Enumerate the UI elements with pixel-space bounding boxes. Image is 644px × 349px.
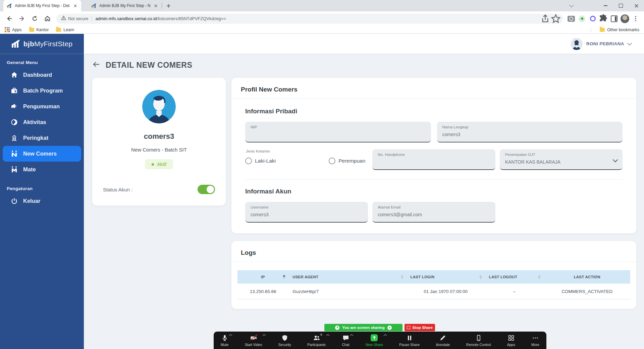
chevron-up-icon[interactable]	[229, 334, 232, 338]
zoom-apps-button[interactable]: Apps	[505, 332, 518, 349]
bookmark-kantor[interactable]: Kantor	[29, 27, 49, 32]
bookmark-learn[interactable]: Learn	[56, 27, 74, 32]
sidebar-item-aktivitas[interactable]: Aktivitas	[3, 114, 81, 130]
radio-perempuan[interactable]: Perempuan	[329, 158, 365, 164]
new-tab-button[interactable]	[164, 1, 173, 10]
other-bookmarks[interactable]: Other bookmarks	[600, 27, 639, 32]
bookmark-apps[interactable]: Apps	[5, 27, 22, 32]
tab-close-icon[interactable]	[72, 3, 78, 8]
ring-extension-icon[interactable]	[588, 14, 598, 24]
user-name[interactable]: RONI PEBRIANA	[586, 41, 624, 46]
sidebar-item-pengumuman[interactable]: Pengumuman	[3, 99, 81, 114]
participants-icon	[313, 335, 320, 341]
other-bookmarks-label: Other bookmarks	[607, 27, 639, 32]
panel-title: Profil New Comers	[231, 78, 636, 99]
add-extension-icon[interactable]	[577, 14, 587, 24]
chevron-up-icon[interactable]	[326, 334, 330, 338]
screenshot-extension-icon[interactable]	[566, 14, 576, 24]
chevron-up-icon[interactable]	[350, 334, 353, 338]
cell-last-action: COMMERS_ACTIVATED	[544, 284, 630, 299]
nip-field[interactable]: NIP	[245, 122, 431, 142]
toolbar-extensions	[566, 14, 641, 24]
sidebar-item-mate[interactable]: Mate	[3, 162, 81, 177]
chevron-up-icon[interactable]	[383, 334, 387, 338]
mate-icon	[11, 166, 18, 173]
bookmark-label: Learn	[63, 27, 74, 32]
radio-circle-icon[interactable]	[245, 158, 252, 164]
refresh-button[interactable]	[29, 13, 40, 24]
zoom-start-video-button[interactable]: Start Video	[243, 332, 265, 349]
menu-section-general: General Menu	[0, 60, 84, 67]
column-header-last-login[interactable]: LAST LOGIN	[407, 270, 485, 284]
screen: Admin BJB My First Step - Detail Admin B…	[0, 0, 644, 349]
zoom-mute-button[interactable]: Mute	[218, 332, 231, 349]
pencil-icon	[439, 335, 446, 341]
sidebar-item-batch-program[interactable]: Batch Program	[3, 83, 81, 99]
zoom-chat-button[interactable]: Chat	[339, 332, 352, 349]
back-arrow-button[interactable]	[92, 60, 100, 70]
window-minimize-button[interactable]	[598, 0, 613, 11]
page-title: DETAIL NEW COMERS	[106, 61, 193, 70]
back-button[interactable]	[3, 13, 15, 24]
bookmark-label: Apps	[12, 27, 22, 32]
browser-tab-inactive[interactable]: Admin BJB My First Step - New C	[88, 0, 162, 11]
username-field[interactable]: Username comers3	[245, 202, 368, 223]
sort-icon[interactable]	[479, 275, 482, 279]
column-header-last-logout[interactable]: LAST LOGOUT	[485, 270, 544, 284]
browser-tab-active[interactable]: Admin BJB My First Step - Detail	[3, 0, 81, 11]
sidebar-item-peringkat[interactable]: Peringkat	[3, 130, 81, 146]
browser-menu-kebab-icon[interactable]	[631, 14, 641, 24]
zoom-participants-button[interactable]: 6 Participants	[305, 332, 328, 349]
penempatan-ojt-select[interactable]: Penempatan OJT KANTOR KAS BALARAJA	[500, 149, 623, 170]
column-header-ip[interactable]: IP	[237, 270, 288, 284]
sidebar: bjbMyFirstStep General Menu Dashboard Ba…	[0, 34, 84, 349]
sidebar-item-keluar[interactable]: Keluar	[3, 193, 81, 209]
bookmark-star-icon[interactable]	[551, 14, 561, 24]
not-secure-warning-icon[interactable]	[61, 15, 66, 22]
apps-grid-icon	[5, 27, 10, 32]
radio-circle-icon[interactable]	[329, 158, 335, 164]
sort-icon[interactable]	[401, 275, 404, 279]
tab-search-button[interactable]	[566, 0, 577, 11]
address-bar[interactable]: Not secure admin-mfs.sandbox.semai.co.id…	[56, 14, 563, 24]
window-restore-button[interactable]	[613, 0, 629, 11]
zoom-annotate-button[interactable]: Annotate	[433, 332, 452, 349]
email-field[interactable]: Alamat Email comers3@gmail.com	[372, 202, 495, 223]
zoom-security-button[interactable]: Security	[276, 332, 293, 349]
handphone-field[interactable]: No. Handphone	[372, 149, 495, 170]
window-controls	[598, 0, 644, 11]
chevron-up-icon[interactable]	[263, 334, 266, 338]
column-header-user-agent[interactable]: USER AGENT	[288, 270, 406, 284]
power-icon	[11, 197, 18, 205]
forward-button[interactable]	[16, 13, 28, 24]
chevron-down-icon[interactable]	[627, 41, 632, 45]
radio-laki-laki[interactable]: Laki-Laki	[245, 158, 276, 164]
zoom-more-button[interactable]: More	[529, 332, 542, 349]
column-header-last-action[interactable]: LAST ACTION	[544, 270, 630, 284]
bjb-favicon-icon	[91, 3, 97, 8]
share-icon[interactable]	[541, 14, 551, 24]
sidebar-item-label: Batch Program	[23, 88, 63, 94]
home-button[interactable]	[42, 13, 53, 24]
zoom-remote-control-button[interactable]: Remote Control	[464, 332, 493, 349]
profile-batch: New Comers - Batch SIT	[102, 147, 216, 153]
folder-icon	[600, 28, 605, 32]
side-panel-icon[interactable]	[609, 14, 619, 24]
window-close-button[interactable]	[629, 0, 644, 11]
page-content: DETAIL NEW COMERS	[84, 54, 644, 349]
zoom-new-share-button[interactable]: New Share	[363, 332, 385, 349]
sort-icon[interactable]	[538, 275, 541, 279]
sidebar-item-new-comers[interactable]: New Comers	[3, 146, 81, 162]
zoom-pause-share-button[interactable]: Pause Share	[397, 332, 422, 349]
nama-lengkap-field[interactable]: Nama Lengkap comers3	[437, 122, 623, 142]
stop-share-button[interactable]: Stop Share	[405, 324, 435, 331]
sidebar-item-dashboard[interactable]: Dashboard	[3, 67, 81, 83]
sort-icon[interactable]	[283, 275, 285, 279]
bjb-logo-icon	[11, 39, 20, 48]
tab-close-icon[interactable]	[153, 3, 158, 8]
extensions-puzzle-icon[interactable]	[598, 14, 608, 24]
sidebar-item-label: Dashboard	[23, 72, 52, 78]
logs-title: Logs	[231, 241, 636, 262]
status-akun-toggle[interactable]	[198, 185, 215, 194]
browser-profile-avatar[interactable]	[620, 14, 630, 24]
